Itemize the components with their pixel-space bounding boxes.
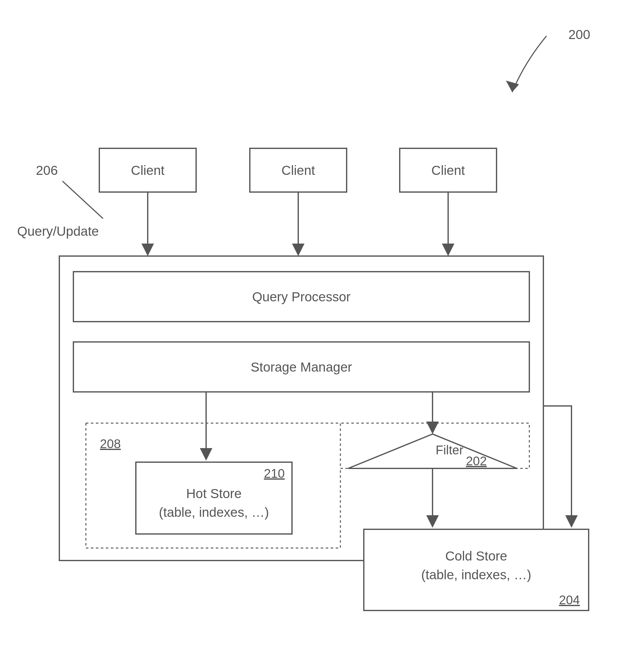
svg-line-1 bbox=[63, 181, 103, 219]
query-processor-label: Query Processor bbox=[252, 289, 350, 304]
svg-marker-5 bbox=[292, 243, 304, 256]
hot-store-subtitle: (table, indexes, …) bbox=[159, 505, 269, 520]
filter-label: Filter bbox=[436, 443, 464, 457]
svg-marker-15 bbox=[565, 515, 578, 528]
hot-store-title: Hot Store bbox=[186, 486, 241, 501]
storage-manager-label: Storage Manager bbox=[251, 360, 352, 374]
client-label-3: Client bbox=[431, 163, 465, 178]
query-update-label: Query/Update bbox=[17, 224, 99, 239]
memory-ref-label: 208 bbox=[100, 437, 121, 451]
cold-store-subtitle: (table, indexes, …) bbox=[421, 567, 532, 582]
hot-store-ref: 210 bbox=[264, 467, 285, 480]
architecture-diagram: 200 Client Client Client 206 Query/Updat… bbox=[0, 0, 638, 672]
filter-ref-label: 202 bbox=[466, 454, 487, 468]
client-label-1: Client bbox=[131, 163, 165, 178]
client-label-2: Client bbox=[281, 163, 315, 178]
arrow-ref-label: 206 bbox=[36, 163, 58, 178]
figure-ref-label: 200 bbox=[568, 27, 590, 42]
svg-marker-3 bbox=[141, 243, 154, 256]
svg-marker-7 bbox=[442, 243, 454, 256]
cold-store-ref: 204 bbox=[559, 593, 580, 607]
cold-store-title: Cold Store bbox=[445, 549, 507, 563]
